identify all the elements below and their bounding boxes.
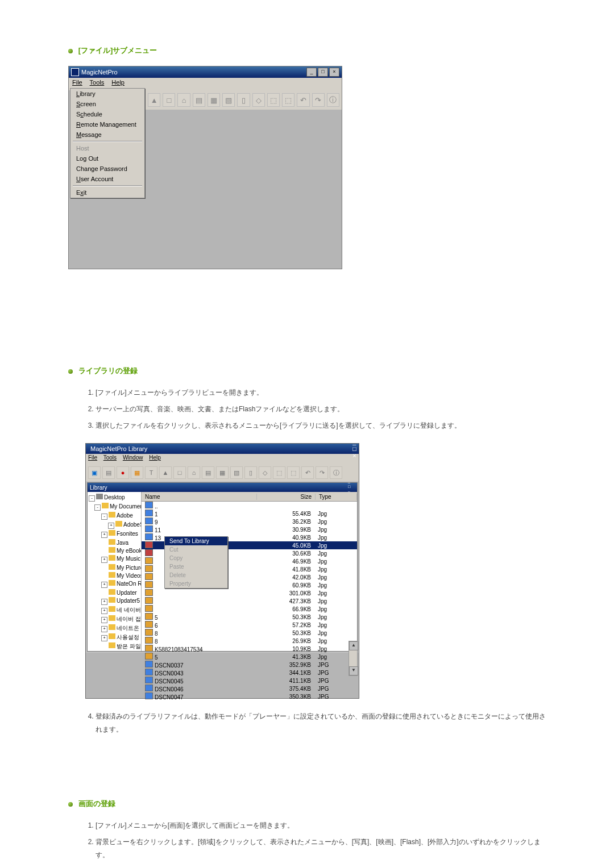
- menu-file[interactable]: File: [72, 79, 82, 86]
- tb-icon[interactable]: ⓘ: [330, 466, 342, 479]
- table-row[interactable]: 301.0KBJpg: [142, 589, 357, 597]
- toolbar-btn[interactable]: ⬚: [267, 93, 280, 107]
- maximize-button[interactable]: □: [352, 445, 356, 452]
- table-row[interactable]: 427.3KBJpg: [142, 597, 357, 605]
- expand-icon[interactable]: -: [89, 495, 95, 502]
- tb-icon[interactable]: ⬚: [273, 466, 285, 479]
- tree-node[interactable]: Updater: [89, 589, 140, 596]
- tb-icon[interactable]: ▦: [216, 466, 229, 479]
- minimize-button[interactable]: _: [306, 68, 317, 77]
- col-name[interactable]: Name: [142, 494, 257, 500]
- tree-node[interactable]: +네이버 접속기록: [89, 615, 140, 624]
- toolbar-btn[interactable]: ⓘ: [327, 93, 339, 107]
- tree-node[interactable]: +Fsonites: [89, 529, 140, 539]
- expand-icon[interactable]: +: [101, 626, 107, 632]
- table-row[interactable]: DSCN0045411.1KBJPG: [142, 677, 357, 685]
- minimize-button[interactable]: _: [352, 439, 356, 445]
- menu-help[interactable]: Help: [111, 79, 125, 86]
- tree-node[interactable]: 받은 파일: [89, 642, 140, 651]
- toolbar-btn[interactable]: ◇: [252, 93, 265, 107]
- toolbar-btn[interactable]: ⌂: [177, 93, 190, 107]
- tb-icon[interactable]: ▤: [202, 466, 214, 479]
- context-menu-item[interactable]: Send To Library: [165, 537, 227, 545]
- tree-node[interactable]: Java: [89, 539, 140, 546]
- menu-item-logout[interactable]: Log Out: [70, 153, 144, 164]
- toolbar-btn[interactable]: ▤: [193, 93, 205, 107]
- expand-icon[interactable]: -: [94, 504, 101, 511]
- tb-icon[interactable]: ▦: [131, 466, 143, 479]
- tree-node[interactable]: +My Music: [89, 554, 140, 564]
- tree-node[interactable]: My Videos: [89, 571, 140, 579]
- expand-icon[interactable]: +: [101, 557, 107, 563]
- tree-node[interactable]: +네이트온 받은 파일: [89, 624, 140, 633]
- table-row[interactable]: 826.9KBJpg: [142, 637, 357, 645]
- tb-icon[interactable]: ▣: [88, 466, 101, 479]
- table-row[interactable]: 850.3KBJpg: [142, 629, 357, 637]
- table-row[interactable]: DSCN0046375.4KBJPG: [142, 685, 357, 692]
- menu-tools[interactable]: Tools: [90, 79, 105, 86]
- tb-icon[interactable]: ⌂: [188, 466, 200, 479]
- expand-icon[interactable]: +: [101, 532, 107, 538]
- table-row[interactable]: 936.2KBJpg: [142, 518, 357, 525]
- menu-item-useraccount[interactable]: User Account: [70, 174, 144, 184]
- tb-icon[interactable]: ▧: [230, 466, 243, 479]
- expand-icon[interactable]: +: [108, 523, 114, 529]
- table-row[interactable]: DSCN0043344.1KBJPG: [142, 669, 357, 677]
- list-pane[interactable]: Name Size Type ..155.4KBJpg936.2KBJpg113…: [142, 492, 357, 651]
- tb-icon[interactable]: ↶: [301, 466, 314, 479]
- menu-help[interactable]: Help: [149, 454, 161, 461]
- table-row[interactable]: 541.3KBJpg: [142, 653, 357, 661]
- close-button[interactable]: ×: [329, 68, 339, 77]
- toolbar-btn[interactable]: ▦: [208, 93, 220, 107]
- menu-item-remote[interactable]: Remote Management: [70, 119, 144, 130]
- tree-node[interactable]: +AdobeStockPhotos: [89, 520, 140, 529]
- tb-icon[interactable]: ▯: [244, 466, 257, 479]
- tb-icon[interactable]: ↷: [316, 466, 328, 479]
- expand-icon[interactable]: -: [101, 514, 107, 520]
- table-row[interactable]: 66.9KBJpg: [142, 605, 357, 613]
- toolbar-btn[interactable]: ↶: [297, 93, 309, 107]
- toolbar-btn[interactable]: ↷: [312, 93, 325, 107]
- table-row[interactable]: DSCN0037352.9KBJPG: [142, 661, 357, 669]
- tree-node[interactable]: +Updater5: [89, 596, 140, 606]
- maximize-button[interactable]: □: [348, 485, 355, 490]
- tb-icon[interactable]: ◇: [259, 466, 271, 479]
- tb-icon[interactable]: ●: [117, 466, 129, 479]
- maximize-button[interactable]: □: [318, 68, 328, 77]
- menu-item-exit[interactable]: Exit: [70, 187, 144, 198]
- tb-icon[interactable]: ▤: [102, 466, 115, 479]
- tb-icon[interactable]: T: [145, 466, 157, 479]
- toolbar-btn[interactable]: ▲: [148, 93, 160, 107]
- close-button[interactable]: ×: [352, 452, 356, 459]
- tree-node[interactable]: +NateOn RemoteCall: [89, 579, 140, 589]
- expand-icon[interactable]: +: [101, 635, 107, 641]
- tree-node[interactable]: -Adobe: [89, 511, 140, 520]
- tb-icon[interactable]: □: [173, 466, 186, 479]
- table-row[interactable]: 155.4KBJpg: [142, 510, 357, 518]
- toolbar-btn[interactable]: □: [163, 93, 175, 107]
- table-row[interactable]: ..: [142, 502, 357, 510]
- menu-item-screen[interactable]: Screen: [70, 99, 144, 109]
- table-row[interactable]: 657.2KBJpg: [142, 621, 357, 629]
- table-row[interactable]: 550.3KBJpg: [142, 613, 357, 621]
- expand-icon[interactable]: +: [101, 582, 107, 588]
- menu-item-message[interactable]: Message: [70, 130, 144, 140]
- tree-node[interactable]: -Desktop: [89, 493, 140, 502]
- tree-node[interactable]: +사용설정: [89, 633, 140, 642]
- col-type[interactable]: Type: [316, 494, 357, 500]
- tb-icon[interactable]: ▲: [159, 466, 172, 479]
- tree-pane[interactable]: -Desktop-My Documents-Adobe+AdobeStockPh…: [88, 492, 142, 651]
- toolbar-btn[interactable]: ⬚: [282, 93, 294, 107]
- tree-node[interactable]: My Pictures: [89, 564, 140, 571]
- menu-file[interactable]: File: [88, 454, 97, 461]
- tree-node[interactable]: My eBooks: [89, 546, 140, 554]
- tree-node[interactable]: -My Documents: [89, 502, 140, 511]
- menu-window[interactable]: Window: [123, 454, 143, 461]
- col-size[interactable]: Size: [257, 494, 316, 500]
- minimize-button[interactable]: _: [348, 479, 355, 485]
- toolbar-btn[interactable]: ▧: [222, 93, 235, 107]
- menu-item-schedule[interactable]: Schedule: [70, 109, 144, 119]
- menu-item-library[interactable]: Library: [70, 89, 144, 99]
- table-row[interactable]: DSCN0047350.3KBJPG: [142, 692, 357, 700]
- menu-tools[interactable]: Tools: [103, 454, 117, 461]
